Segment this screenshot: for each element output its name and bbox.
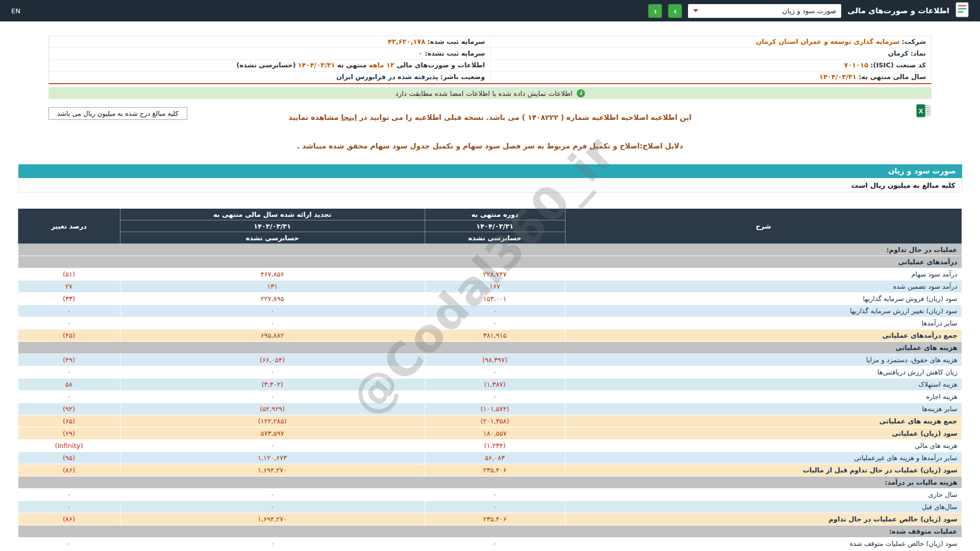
period-months: ۱۲ ماهه bbox=[369, 61, 395, 69]
table-row: سود (زیان) خالص عملیات متوقف شده ۰ ۰ ۰ bbox=[18, 538, 962, 550]
row-label: سود (زیان) عملیاتی bbox=[565, 428, 962, 440]
change-percent-value: (۹۵) bbox=[18, 452, 120, 464]
row-label: زیان کاهش ارزش دریافتنی‌ها bbox=[565, 366, 962, 379]
table-row: سال‌های قبل ۰ ۰ ۰ bbox=[18, 501, 962, 513]
row-label: هزینه استهلاک bbox=[565, 379, 962, 391]
current-period-value: ۰ bbox=[425, 489, 565, 501]
section-label: هزینه مالیات بر درآمد: bbox=[18, 477, 962, 489]
table-row: درآمد سود سهام ۲۲۸,۷۴۷ ۴۶۷,۸۵۶ (۵۱) bbox=[18, 268, 962, 281]
header-current-date: ۱۴۰۴/۰۳/۳۱ bbox=[425, 220, 565, 232]
table-total-row: سود (زیان) خالص عملیات در حال تداوم ۲۳۵,… bbox=[18, 513, 962, 525]
header-change-percent: درصد تغییر bbox=[18, 209, 120, 244]
registered-capital-label: سرمایه ثبت شده: bbox=[427, 38, 485, 45]
signature-match-text: اطلاعات نمایش داده شده با اطلاعات امضا ش… bbox=[395, 89, 572, 97]
previous-version-link[interactable]: اینجا bbox=[341, 113, 357, 121]
table-row: هزینه های مالی (۱,۲۳۴) ۰ (Infinity) bbox=[18, 440, 962, 452]
company-info-row: سال مالی منتهی به: ۱۴۰۴/۰۳/۳۱ وضعیت ناشر… bbox=[49, 71, 931, 83]
restated-value: (۵۲,۹۲۹) bbox=[120, 403, 425, 415]
table-section-row: هزینه های عملیاتی bbox=[18, 342, 962, 354]
change-percent-value: ۰ bbox=[18, 317, 120, 330]
row-label: سود (زیان) فروش سرمایه گذاریها bbox=[565, 293, 962, 305]
svg-text:X: X bbox=[919, 107, 923, 115]
change-percent-value: (۶۹) bbox=[18, 428, 120, 440]
financial-report-icon bbox=[955, 2, 969, 19]
current-period-value: ۲۲۸,۷۴۷ bbox=[425, 268, 565, 281]
table-total-row: جمع هزینه های عملیاتی (۲۰۱,۳۵۸) (۱۲۲,۲۸۵… bbox=[18, 415, 962, 428]
statement-type-dropdown[interactable]: صورت سود و زیان bbox=[688, 4, 841, 18]
symbol-value: كرمان bbox=[888, 49, 909, 57]
period-middle: منتهی به bbox=[337, 61, 367, 69]
period-suffix: (حسابرسی نشده) bbox=[236, 61, 296, 69]
row-label: هزینه های مالی bbox=[565, 440, 962, 452]
amendment-text-after: مشاهده نمایید bbox=[288, 113, 338, 121]
row-label: سود (زیان) تغییر ارزش سرمایه گذاریها bbox=[565, 305, 962, 317]
fiscal-year-value: ۱۴۰۴/۰۳/۳۱ bbox=[819, 73, 856, 81]
table-row: سایر درآمدها ۰ ۰ ۰ bbox=[18, 317, 962, 330]
company-label: شرکت: bbox=[902, 38, 926, 45]
topbar-left-group: EN bbox=[11, 7, 20, 15]
row-label: سود (زیان) عملیات در حال تداوم قبل از ما… bbox=[565, 464, 962, 477]
header-restated-audit-status: حسابرسی نشده bbox=[120, 232, 425, 244]
table-section-row: درآمدهای عملیاتی bbox=[18, 256, 962, 268]
section-label: عملیات در حال تداوم: bbox=[18, 244, 962, 256]
change-percent-value: (۴۵) bbox=[18, 330, 120, 342]
table-row: سال جاری ۰ ۰ ۰ bbox=[18, 489, 962, 501]
section-label: هزینه های عملیاتی bbox=[18, 342, 962, 354]
change-percent-value: (۳۳) bbox=[18, 293, 120, 305]
company-info-row: شرکت: سرمایه گذاری توسعه و عمران استان ک… bbox=[49, 36, 931, 48]
header-restated-period: تجدید ارائه شده سال مالی منتهی به bbox=[120, 209, 425, 220]
row-label: سال‌های قبل bbox=[565, 501, 962, 513]
restated-value: ۵۷۳,۵۹۷ bbox=[120, 428, 425, 440]
change-percent-value: ۰ bbox=[18, 538, 120, 550]
unregistered-capital-value: ۰ bbox=[419, 49, 423, 57]
table-header-row: شرح دوره منتهی به تجدید ارائه شده سال ما… bbox=[18, 209, 962, 220]
table-section-row: عملیات متوقف شده: bbox=[18, 525, 962, 538]
row-label: درآمد سود سهام bbox=[565, 268, 962, 281]
field-unregistered-capital: سرمایه ثبت نشده: ۰ bbox=[49, 48, 490, 59]
topbar-right-group: اطلاعات و صورت‌های مالی صورت سود و زیان … bbox=[648, 2, 969, 19]
restated-value: ۱,۶۹۴,۲۷۰ bbox=[120, 513, 425, 525]
restated-value: ۰ bbox=[120, 501, 425, 513]
row-label: سال جاری bbox=[565, 489, 962, 501]
table-row: هزینه های حقوق، دستمزد و مزایا (۹۸,۳۹۷) … bbox=[18, 354, 962, 366]
row-label: هزینه های حقوق، دستمزد و مزایا bbox=[565, 354, 962, 366]
period-prefix: اطلاعات و صورت‌های مالی bbox=[397, 61, 485, 69]
table-section-row: عملیات در حال تداوم: bbox=[18, 244, 962, 256]
current-period-value: (۹۸,۳۹۷) bbox=[425, 354, 565, 366]
company-info-table: شرکت: سرمایه گذاری توسعه و عمران استان ک… bbox=[48, 36, 932, 84]
field-publisher-status: وضعیت ناشر: پذیرفته شده در فرابورس ایران bbox=[49, 71, 490, 83]
current-period-value: ۳۸۱,۹۱۵ bbox=[425, 330, 565, 342]
restated-value: ۲۲۷,۸۹۵ bbox=[120, 293, 425, 305]
current-period-value: ۰ bbox=[425, 366, 565, 379]
current-period-value: (۱,۲۳۴) bbox=[425, 440, 565, 452]
current-period-value: ۱۸۰,۵۵۷ bbox=[425, 428, 565, 440]
restated-value: ۰ bbox=[120, 366, 425, 379]
change-percent-value: (Infinity) bbox=[18, 440, 120, 452]
statement-title-bar: صورت سود و زیان bbox=[18, 164, 962, 178]
restated-value: ۴۶۷,۸۵۶ bbox=[120, 268, 425, 281]
table-row: سایر درآمدها و هزینه های غیرعملیاتی ۵۶,۰… bbox=[18, 452, 962, 464]
symbol-label: نماد: bbox=[911, 49, 926, 57]
header-description: شرح bbox=[565, 209, 962, 244]
company-info-row: نماد: كرمان سرمایه ثبت نشده: ۰ bbox=[49, 48, 931, 60]
excel-export-button[interactable]: X bbox=[916, 104, 930, 119]
change-percent-value: ۵۸ bbox=[18, 379, 120, 391]
next-statement-button[interactable]: › bbox=[668, 4, 682, 18]
change-percent-value: ۰ bbox=[18, 391, 120, 403]
language-toggle[interactable]: EN bbox=[11, 7, 20, 15]
restated-value: ۰ bbox=[120, 440, 425, 452]
restated-value: ۱,۱۲۰,۶۷۳ bbox=[120, 452, 425, 464]
amendment-note-line2: دلایل اصلاح:اصلاح و تکمیل فرم مربوط به س… bbox=[48, 130, 932, 150]
publisher-status-label: وضعیت ناشر: bbox=[440, 73, 485, 81]
amounts-unit-box: کلیه مبالغ درج شده به میلیون ریال می باش… bbox=[48, 107, 187, 120]
fiscal-year-label: سال مالی منتهی به: bbox=[859, 73, 926, 81]
isic-label: کد صنعت (ISIC): bbox=[870, 61, 926, 69]
restated-value: ۱,۶۹۴,۲۷۰ bbox=[120, 464, 425, 477]
change-percent-value: (۸۶) bbox=[18, 513, 120, 525]
current-period-value: (۲۰۱,۳۵۸) bbox=[425, 415, 565, 428]
change-percent-value: (۶۵) bbox=[18, 415, 120, 428]
prev-statement-button[interactable]: ‹ bbox=[648, 4, 662, 18]
change-percent-value: (۴۹) bbox=[18, 354, 120, 366]
table-row: سایر هزینه‌ها (۱۰۱,۵۷۴) (۵۲,۹۲۹) (۹۲) bbox=[18, 403, 962, 415]
topbar-title: اطلاعات و صورت‌های مالی bbox=[847, 6, 949, 15]
